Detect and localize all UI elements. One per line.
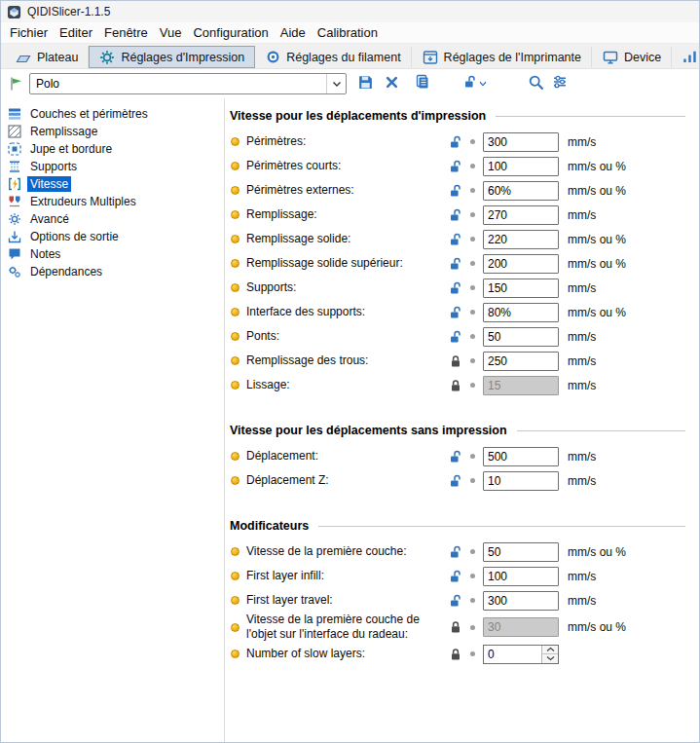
value-input[interactable] (483, 447, 559, 466)
setting-row-deplacement-z: Déplacement Z:mm/s (229, 468, 685, 493)
app-window: QIDISlicer-1.1.5 FichierEditerFenêtreVue… (0, 0, 700, 743)
value-input[interactable] (483, 157, 559, 176)
sidebar-item-jupe-et-bordure[interactable]: Jupe et bordure (1, 140, 224, 158)
sidebar-item-vitesse[interactable]: Vitesse (1, 175, 224, 193)
revert-dot-icon (470, 454, 475, 459)
sidebar-item-supports[interactable]: Supports (1, 158, 224, 175)
menu-vue[interactable]: Vue (154, 23, 188, 42)
extruders-icon (7, 195, 21, 208)
delete-preset-button[interactable] (383, 73, 401, 95)
value-input[interactable] (483, 591, 559, 611)
menu-configuration[interactable]: Configuration (187, 23, 274, 42)
lock-closed-icon[interactable] (449, 620, 463, 634)
sidebar-item-remplissage[interactable]: Remplissage (1, 123, 224, 140)
lock-settings-button[interactable] (461, 73, 489, 94)
lock-open-icon[interactable] (449, 281, 463, 295)
setting-label: Remplissage solide supérieur: (246, 256, 449, 271)
lock-open-icon[interactable] (449, 570, 463, 583)
lock-open-icon[interactable] (449, 135, 463, 149)
sidebar-item-extrudeurs-multiples[interactable]: Extrudeurs Multiples (1, 193, 224, 210)
sidebar-item-notes[interactable]: Notes (1, 245, 224, 263)
value-input[interactable] (483, 327, 559, 347)
lock-open-icon[interactable] (449, 474, 463, 488)
lock-open-icon[interactable] (449, 184, 463, 198)
value-input[interactable] (483, 352, 559, 371)
lock-closed-icon[interactable] (449, 379, 463, 392)
lock-closed-icon[interactable] (449, 648, 463, 661)
setting-label: Remplissage solide: (246, 232, 449, 246)
unit-label: mm/s (568, 594, 596, 608)
value-spinner[interactable]: 0 (483, 645, 559, 664)
value-input[interactable] (483, 279, 559, 298)
lock-open-icon[interactable] (449, 306, 463, 319)
lock-open-icon[interactable] (449, 330, 463, 344)
printer-icon (423, 50, 438, 65)
spin-up-button[interactable] (542, 646, 558, 654)
setting-label: First layer infill: (246, 569, 449, 583)
lock-open-icon[interactable] (449, 545, 463, 559)
dropdown-arrow-icon (479, 81, 487, 87)
setting-row-ponts: Ponts:mm/s (229, 324, 685, 349)
menu-editer[interactable]: Editer (54, 23, 98, 42)
lock-closed-icon[interactable] (449, 354, 463, 368)
value-input[interactable] (483, 567, 559, 586)
sidebar-item-dependances[interactable]: Dépendances (1, 263, 224, 280)
compare-presets-button[interactable] (413, 72, 432, 95)
tab-plateau[interactable]: Plateau (5, 46, 89, 68)
lock-open-icon[interactable] (449, 450, 463, 464)
value-input[interactable] (483, 303, 559, 322)
setting-row-number-of-slow-layers: Number of slow layers:0 (229, 642, 685, 666)
sidebar-item-avance[interactable]: Avancé (1, 210, 224, 228)
search-button[interactable] (526, 72, 546, 96)
value-input[interactable] (483, 205, 559, 225)
revert-dot-icon (470, 310, 475, 315)
combo-dropdown-icon[interactable] (326, 74, 346, 93)
unit-label: mm/s (568, 570, 596, 583)
revert-dot-icon (470, 574, 475, 578)
section-header: Vitesse pour les déplacements d'impressi… (230, 109, 685, 123)
tab-device[interactable]: Device (592, 46, 672, 68)
value-input[interactable] (483, 471, 559, 491)
preset-combo[interactable]: Polo (29, 73, 347, 94)
tab-reglages-d-impression[interactable]: Réglages d'Impression (89, 46, 255, 68)
value-input[interactable] (483, 132, 559, 152)
lock-open-icon[interactable] (449, 233, 463, 246)
setting-row-lissage: Lissage:mm/s (229, 373, 685, 397)
tab-guide[interactable]: Guide (672, 46, 700, 68)
lock-open-icon[interactable] (449, 257, 463, 271)
setting-label: Périmètres courts: (246, 159, 449, 173)
menubar: FichierEditerFenêtreVueConfigurationAide… (1, 22, 699, 44)
setting-row-perimetres-externes: Périmètres externes:mm/s ou % (229, 178, 685, 203)
option-bullet-icon (231, 572, 239, 580)
value-input[interactable] (483, 230, 559, 249)
save-preset-button[interactable] (355, 72, 376, 96)
lock-open-icon[interactable] (449, 208, 463, 222)
lock-open-icon[interactable] (449, 594, 463, 608)
option-bullet-icon (231, 332, 239, 341)
settings-search-button[interactable] (550, 72, 570, 95)
menu-fenetre[interactable]: Fenêtre (98, 23, 154, 42)
filament-icon (266, 50, 280, 64)
tab-label: Réglages du filament (286, 51, 400, 64)
setting-label: Remplissage: (246, 207, 449, 222)
skirt-icon (7, 142, 21, 156)
sidebar-item-options-de-sortie[interactable]: Options de sortie (1, 228, 224, 245)
option-bullet-icon (231, 186, 239, 195)
support-icon (7, 160, 21, 173)
spin-down-button[interactable] (542, 653, 558, 663)
menu-fichier[interactable]: Fichier (4, 23, 54, 42)
tab-reglages-du-filament[interactable]: Réglages du filament (255, 46, 411, 68)
option-bullet-icon (231, 623, 239, 632)
menu-aide[interactable]: Aide (275, 23, 312, 42)
menu-calibration[interactable]: Calibration (312, 23, 384, 42)
value-input[interactable] (483, 542, 559, 562)
sidebar-item-label: Supports (27, 159, 80, 174)
section-vitesse-pour-les-deplacements-d-impression: Vitesse pour les déplacements d'impressi… (229, 109, 685, 397)
tab-reglages-de-l-imprimante[interactable]: Réglages de l'Imprimante (412, 46, 592, 68)
section-header: Vitesse pour les déplacements sans impre… (230, 424, 685, 437)
value-input[interactable] (483, 181, 559, 201)
value-input[interactable] (483, 254, 559, 274)
revert-dot-icon (470, 358, 475, 363)
sidebar-item-couches-et-perimetres[interactable]: Couches et périmètres (1, 105, 224, 123)
lock-open-icon[interactable] (449, 160, 463, 173)
